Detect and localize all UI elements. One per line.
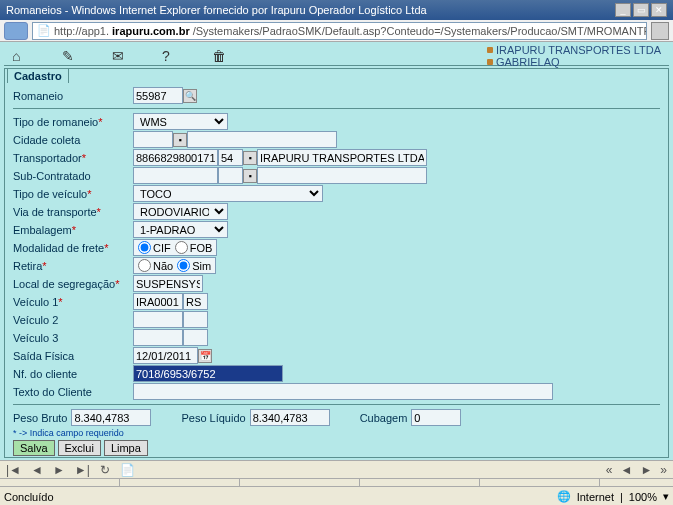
select-tipo-veiculo[interactable]: TOCO — [133, 185, 323, 202]
restore-button[interactable]: ▭ — [633, 3, 649, 17]
delete-button[interactable]: Exclui — [58, 440, 101, 456]
label-subcontratado: Sub-Contratado — [13, 170, 133, 182]
lookup-icon[interactable]: ▪ — [243, 151, 257, 165]
label-veiculo1: Veículo 1 — [13, 296, 133, 308]
tab-slot[interactable] — [360, 479, 480, 487]
label-peso-bruto: Peso Bruto — [13, 412, 67, 424]
label-cubagem: Cubagem — [360, 412, 408, 424]
input-cidade-cod[interactable] — [133, 131, 173, 148]
label-saida: Saída Física — [13, 350, 133, 362]
input-transp-nome[interactable] — [257, 149, 427, 166]
radio-sim[interactable] — [177, 259, 190, 272]
go-button[interactable] — [651, 22, 669, 40]
url-field[interactable]: 📄 http://app1.irapuru.com.br/Systemakers… — [32, 22, 647, 40]
minimize-button[interactable]: _ — [615, 3, 631, 17]
label-peso-liquido: Peso Líquido — [181, 412, 245, 424]
nav-c[interactable]: ► — [640, 463, 652, 477]
input-transp-seq[interactable] — [218, 149, 243, 166]
input-veic2-uf[interactable] — [183, 311, 208, 328]
label-tipo-romaneio: Tipo de romaneio — [13, 116, 133, 128]
tab-slot[interactable] — [120, 479, 240, 487]
bullet-icon — [487, 59, 493, 65]
input-subcon-nome[interactable] — [257, 167, 427, 184]
globe-icon: 🌐 — [557, 490, 571, 503]
lookup-icon[interactable]: ▪ — [173, 133, 187, 147]
select-embalagem[interactable]: 1-PADRAO — [133, 221, 228, 238]
browser-tabs — [0, 478, 673, 486]
radio-fob[interactable] — [175, 241, 188, 254]
tab-slot[interactable] — [0, 479, 120, 487]
radio-retira[interactable]: Não Sim — [133, 257, 216, 274]
radio-cif[interactable] — [138, 241, 151, 254]
zoom-level[interactable]: 100% — [629, 491, 657, 503]
help-icon[interactable]: ? — [162, 48, 182, 64]
input-subcon-cod[interactable] — [133, 167, 218, 184]
close-button[interactable]: ✕ — [651, 3, 667, 17]
form-card: Cadastro Romaneio 🔍 Tipo de romaneio WMS… — [4, 68, 669, 458]
label-embalagem: Embalagem — [13, 224, 133, 236]
edit-icon[interactable]: ✎ — [62, 48, 82, 64]
window-title: Romaneios - Windows Internet Explorer fo… — [6, 4, 427, 16]
nav-b[interactable]: ◄ — [621, 463, 633, 477]
label-veiculo3: Veículo 3 — [13, 332, 133, 344]
tab-slot[interactable] — [480, 479, 600, 487]
label-nfcliente: Nf. do cliente — [13, 368, 133, 380]
lookup-icon[interactable]: ▪ — [243, 169, 257, 183]
label-via: Via de transporte — [13, 206, 133, 218]
input-peso-bruto — [71, 409, 151, 426]
select-tipo-romaneio[interactable]: WMS — [133, 113, 228, 130]
radio-nao[interactable] — [138, 259, 151, 272]
doc-icon[interactable]: 📄 — [120, 463, 135, 477]
input-local[interactable] — [133, 275, 203, 292]
input-cubagem — [411, 409, 461, 426]
input-peso-liquido — [250, 409, 330, 426]
tab-slot[interactable] — [240, 479, 360, 487]
input-cidade-nome[interactable] — [187, 131, 337, 148]
lookup-icon[interactable]: 🔍 — [183, 89, 197, 103]
user-info: IRAPURU TRANSPORTES LTDA GABRIELAQ — [487, 44, 661, 68]
last-icon[interactable]: ►| — [75, 463, 90, 477]
input-romaneio[interactable] — [133, 87, 183, 104]
label-local: Local de segregação — [13, 278, 133, 290]
refresh-icon[interactable]: ↻ — [100, 463, 110, 477]
input-veic3-uf[interactable] — [183, 329, 208, 346]
save-button[interactable]: Salva — [13, 440, 55, 456]
nav-d[interactable]: » — [660, 463, 667, 477]
tab-cadastro[interactable]: Cadastro — [7, 68, 69, 83]
next-icon[interactable]: ► — [53, 463, 65, 477]
input-veic1-cod[interactable] — [133, 293, 183, 310]
content-area: ⌂ ✎ ✉ ? 🗑 IRAPURU TRANSPORTES LTDA GABRI… — [0, 42, 673, 460]
status-zone: Internet — [577, 491, 614, 503]
input-subcon-seq[interactable] — [218, 167, 243, 184]
app-toolbar: ⌂ ✎ ✉ ? 🗑 IRAPURU TRANSPORTES LTDA GABRI… — [4, 46, 669, 66]
label-mod-frete: Modalidad de frete — [13, 242, 133, 254]
calendar-icon[interactable]: 📅 — [198, 349, 212, 363]
status-text: Concluído — [4, 491, 54, 503]
select-via[interactable]: RODOVIARIO — [133, 203, 228, 220]
clear-button[interactable]: Limpa — [104, 440, 148, 456]
input-saida[interactable] — [133, 347, 198, 364]
delete-icon[interactable]: 🗑 — [212, 48, 232, 64]
label-transportador: Transportador — [13, 152, 133, 164]
prev-icon[interactable]: ◄ — [31, 463, 43, 477]
input-veic3-cod[interactable] — [133, 329, 183, 346]
input-veic1-uf[interactable] — [183, 293, 208, 310]
back-button[interactable] — [4, 22, 28, 40]
label-txtcliente: Texto do Cliente — [13, 386, 133, 398]
input-veic2-cod[interactable] — [133, 311, 183, 328]
bullet-icon — [487, 47, 493, 53]
nav-a[interactable]: « — [606, 463, 613, 477]
home-icon[interactable]: ⌂ — [12, 48, 32, 64]
label-veiculo2: Veículo 2 — [13, 314, 133, 326]
window-titlebar: Romaneios - Windows Internet Explorer fo… — [0, 0, 673, 20]
mail-icon[interactable]: ✉ — [112, 48, 132, 64]
required-note: * -> Indica campo requerido — [13, 428, 660, 438]
label-romaneio: Romaneio — [13, 90, 133, 102]
nav-strip: |◄ ◄ ► ►| ↻ 📄 « ◄ ► » — [0, 460, 673, 478]
input-transp-cod[interactable] — [133, 149, 218, 166]
radio-frete[interactable]: CIF FOB — [133, 239, 217, 256]
input-nfcliente[interactable] — [133, 365, 283, 382]
input-txtcliente[interactable] — [133, 383, 553, 400]
address-bar: 📄 http://app1.irapuru.com.br/Systemakers… — [0, 20, 673, 42]
first-icon[interactable]: |◄ — [6, 463, 21, 477]
